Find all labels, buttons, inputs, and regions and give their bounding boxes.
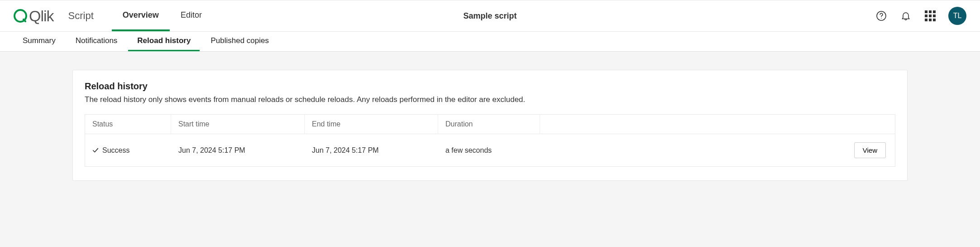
tab-overview[interactable]: Overview (112, 0, 170, 31)
table-header: Status Start time End time Duration (85, 115, 895, 134)
brand-name: Qlik (29, 7, 54, 25)
user-avatar[interactable]: TL (948, 7, 966, 25)
col-duration-header: Duration (438, 115, 540, 134)
top-bar-actions: TL (875, 7, 966, 25)
app-launcher-button[interactable] (924, 10, 937, 22)
help-icon (876, 10, 887, 21)
subtab-published-copies[interactable]: Published copies (201, 32, 278, 51)
help-button[interactable] (875, 10, 888, 22)
cell-status: Success (85, 138, 171, 163)
table-row: Success Jun 7, 2024 5:17 PM Jun 7, 2024 … (85, 134, 895, 166)
check-icon (92, 147, 99, 154)
content-area: Reload history The reload history only s… (0, 52, 980, 199)
logo-mark-icon (14, 9, 27, 23)
reload-history-panel: Reload history The reload history only s… (72, 70, 908, 181)
reload-history-table: Status Start time End time Duration Succ… (85, 114, 895, 167)
subtab-reload-history[interactable]: Reload history (128, 32, 200, 51)
cell-end-time: Jun 7, 2024 5:17 PM (305, 138, 438, 163)
avatar-initials: TL (953, 12, 962, 20)
tab-editor-label: Editor (181, 10, 202, 20)
document-title: Sample script (463, 11, 516, 21)
col-action-header (540, 115, 895, 134)
brand-logo[interactable]: Qlik (14, 7, 54, 25)
sub-tabs: Summary Notifications Reload history Pub… (0, 32, 980, 52)
cell-start-time: Jun 7, 2024 5:17 PM (171, 138, 305, 163)
view-button[interactable]: View (854, 142, 886, 158)
bell-icon (900, 10, 911, 21)
svg-point-1 (881, 18, 882, 19)
cell-action: View (540, 134, 895, 166)
subtab-notifications-label: Notifications (76, 36, 118, 45)
tab-overview-label: Overview (123, 10, 159, 20)
subtab-published-copies-label: Published copies (210, 36, 269, 45)
apps-grid-icon (925, 10, 936, 21)
panel-description: The reload history only shows events fro… (85, 95, 895, 104)
panel-title: Reload history (85, 81, 895, 92)
primary-tabs: Overview Editor (112, 0, 213, 31)
col-start-header: Start time (171, 115, 305, 134)
top-bar: Qlik Script Overview Editor Sample scrip… (0, 0, 980, 32)
subtab-summary-label: Summary (23, 36, 56, 45)
cell-duration: a few seconds (438, 138, 540, 163)
tab-editor[interactable]: Editor (170, 0, 213, 31)
app-type-label: Script (68, 10, 94, 22)
col-end-header: End time (305, 115, 438, 134)
col-status-header: Status (85, 115, 171, 134)
subtab-summary[interactable]: Summary (14, 32, 65, 51)
subtab-reload-history-label: Reload history (137, 36, 191, 45)
subtab-notifications[interactable]: Notifications (67, 32, 127, 51)
notifications-button[interactable] (899, 10, 912, 22)
status-text: Success (102, 146, 129, 155)
